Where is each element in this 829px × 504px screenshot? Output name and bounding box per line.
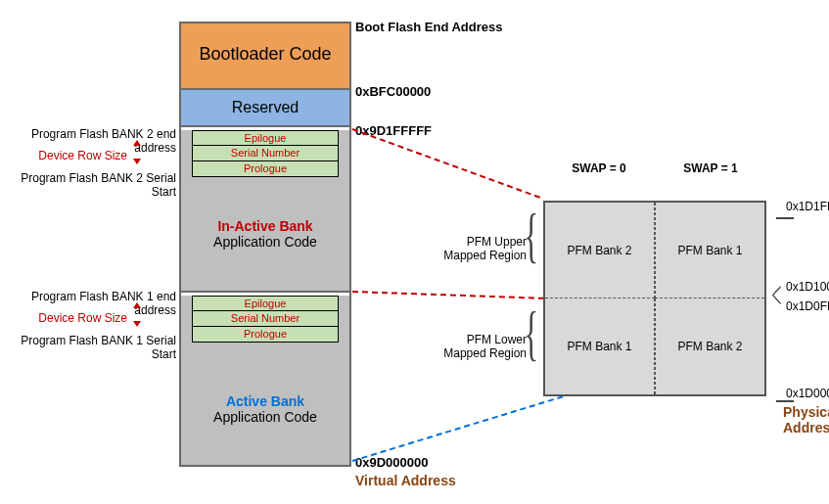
active-bank-label: Active Bank Application Code xyxy=(181,393,349,425)
pfm-lower-label: PFM Lower Mapped Region xyxy=(438,333,527,360)
row-size-label-2: Device Row Size xyxy=(0,311,127,325)
phys-brace-2: < xyxy=(771,280,781,311)
connector-line-top xyxy=(352,128,540,199)
quad-upper-swap1: PFM Bank 1 xyxy=(655,203,764,298)
bank2-serial-start-label: Program Flash BANK 2 Serial Start xyxy=(0,171,176,199)
active-prologue-row: Prologue xyxy=(192,327,339,343)
inactive-prologue-row: Prologue xyxy=(192,161,339,177)
virtual-address-label: Virtual Address xyxy=(355,473,456,488)
arrow-up-icon xyxy=(133,140,141,146)
swap0-label: SWAP = 0 xyxy=(543,161,655,175)
quad-upper-swap0: PFM Bank 2 xyxy=(545,203,655,298)
quad-lower-swap1: PFM Bank 2 xyxy=(655,298,764,394)
row-size-label-1: Device Row Size xyxy=(0,149,127,162)
bootloader-region: Bootloader Code xyxy=(181,23,349,90)
physical-address-label: Physical Address xyxy=(783,404,829,435)
bank1-serial-start-label: Program Flash BANK 1 Serial Start xyxy=(0,334,176,361)
active-bank-region: Epilogue Serial Number Prologue Active B… xyxy=(181,296,349,465)
inactive-app-code: Application Code xyxy=(213,234,317,250)
inactive-epilogue-row: Epilogue xyxy=(192,130,339,146)
arrow-up-icon-2 xyxy=(133,302,141,308)
addr-bfc00000: 0xBFC00000 xyxy=(355,84,431,99)
inactive-bank-label: In-Active Bank Application Code xyxy=(181,218,349,250)
swap1-brace: ⏟ xyxy=(661,194,723,201)
arrow-down-icon-2 xyxy=(133,321,141,327)
active-epilogue-row: Epilogue xyxy=(192,296,339,311)
active-serial-row: Serial Number xyxy=(192,311,339,327)
active-app-code: Application Code xyxy=(213,409,317,425)
boot-flash-end-label: Boot Flash End Address xyxy=(355,20,502,34)
phys-addr-1d100000: 0x1D100000 xyxy=(786,280,829,294)
quad-lower-swap0: PFM Bank 1 xyxy=(545,298,655,394)
inactive-title: In-Active Bank xyxy=(217,218,312,234)
reserved-region: Reserved xyxy=(181,90,349,127)
connector-line-bottom xyxy=(352,395,564,462)
pfm-upper-label: PFM Upper Mapped Region xyxy=(438,235,527,262)
memory-map-column: Bootloader Code Reserved Epilogue Serial… xyxy=(179,22,351,467)
swap0-brace: ⏟ xyxy=(548,194,611,201)
phys-addr-1d000000: 0x1D000000 xyxy=(786,387,829,400)
phys-addr-1d0fffff: 0x1D0FFFFF xyxy=(786,299,829,313)
connector-line-mid xyxy=(352,291,544,299)
pfm-quadrant-table: PFM Bank 2 PFM Bank 1 PFM Bank 1 PFM Ban… xyxy=(543,201,766,396)
inactive-serial-row: Serial Number xyxy=(192,146,339,161)
swap1-label: SWAP = 1 xyxy=(655,161,766,175)
inactive-bank-region: Epilogue Serial Number Prologue In-Activ… xyxy=(181,130,349,293)
active-title: Active Bank xyxy=(226,393,304,409)
phys-addr-1d1fffff: 0x1D1FFFFF xyxy=(786,200,829,213)
arrow-down-icon xyxy=(133,159,141,164)
